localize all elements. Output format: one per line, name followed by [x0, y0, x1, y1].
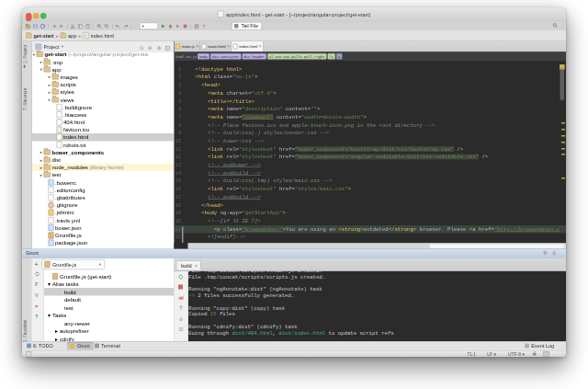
- svg-text:?: ?: [203, 23, 206, 29]
